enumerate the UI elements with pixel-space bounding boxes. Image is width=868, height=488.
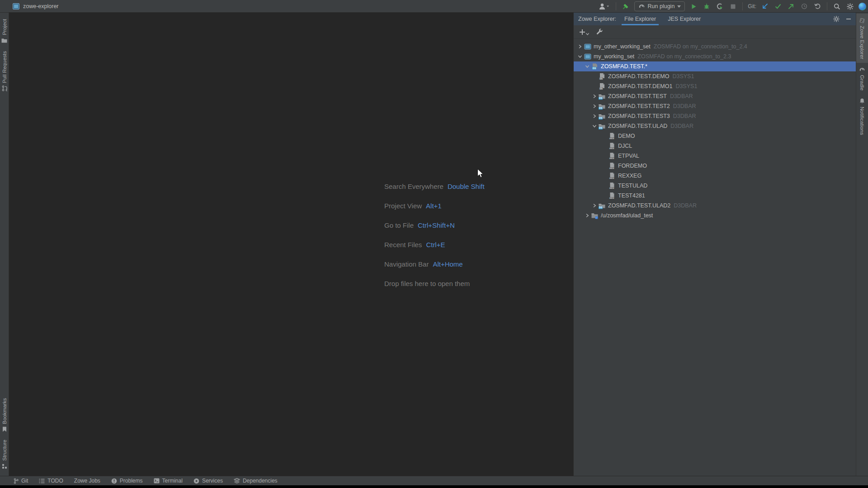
chevron-right-icon[interactable] <box>576 43 584 50</box>
chevron-right-icon[interactable] <box>591 103 598 110</box>
svg-text:DS: DS <box>592 67 596 70</box>
shortcut-keys: Ctrl+Shift+N <box>418 221 455 229</box>
git-commit-icon[interactable] <box>774 1 783 11</box>
profiler-icon[interactable] <box>715 1 724 11</box>
statusbar-label: Problems <box>120 478 143 484</box>
tab-file-explorer[interactable]: File Explorer <box>619 13 661 25</box>
tree-row[interactable]: my_working_setZOSMFAD on my_connection_t… <box>574 52 856 61</box>
statusbar-todo[interactable]: TODO <box>39 478 63 484</box>
editor-empty-area[interactable]: Search EverywhereDouble ShiftProject Vie… <box>9 13 573 476</box>
chevron-down-icon[interactable] <box>591 122 598 130</box>
git-update-icon[interactable] <box>760 1 769 11</box>
svg-text:DS: DS <box>599 107 603 109</box>
add-working-set-button[interactable] <box>579 29 589 35</box>
statusbar-git[interactable]: Git <box>14 478 28 484</box>
tab-jes-explorer[interactable]: JES Explorer <box>662 13 706 25</box>
tree-row[interactable]: MEMDJCL <box>574 141 856 151</box>
tree-row[interactable]: MEMREXXEG <box>574 171 856 181</box>
working-set-icon <box>584 43 591 50</box>
stripe-label: Gradle <box>859 75 865 91</box>
tool-window-gear-icon[interactable] <box>833 16 840 22</box>
tree-row[interactable]: DSZOSMFAD.TEST.DEMOD3SYS1 <box>574 71 856 81</box>
shortcut-keys: Double Shift <box>448 183 485 190</box>
terminal-icon <box>154 478 160 483</box>
chevron-right-icon[interactable] <box>591 113 598 120</box>
working-set-icon <box>584 53 591 60</box>
tree-row[interactable]: DSZOSMFAD.TEST.TEST3D3DBAR <box>574 111 856 121</box>
pds-icon: DS <box>598 113 606 120</box>
tree-suffix: ZOSMFAD on my_connection_to_2.3 <box>637 53 731 60</box>
run-icon[interactable] <box>689 1 698 11</box>
svg-text:MEM: MEM <box>609 197 614 199</box>
tree-row[interactable]: DSZOSMFAD.TEST.DEMO1D3SYS1 <box>574 81 856 91</box>
stripe-label: Zowe Explorer <box>859 26 865 59</box>
tool-window-stripe-notifications[interactable]: Notifications <box>856 94 868 139</box>
tree-row[interactable]: MEMTESTULAD <box>574 181 856 191</box>
svg-text:MEM: MEM <box>609 167 614 169</box>
tool-window-stripe-pull-requests[interactable]: Pull Requests <box>0 47 9 95</box>
tree-label: ETPVAL <box>618 153 639 159</box>
file-tree: my_other_working_setZOSMFAD on my_connec… <box>574 42 856 221</box>
tree-row[interactable]: DSZOSMFAD.TEST.TESTD3DBAR <box>574 91 856 101</box>
screen-bottom-edge <box>0 485 868 488</box>
tree-row[interactable]: DSZOSMFAD.TEST.TEST2D3DBAR <box>574 101 856 111</box>
search-everywhere-icon[interactable] <box>832 1 841 11</box>
tool-window-stripe-zowe-explorer[interactable]: ZZowe Explorer <box>856 14 868 63</box>
tool-window-header: Zowe Explorer: File ExplorerJES Explorer <box>574 13 856 25</box>
svg-text:DS: DS <box>600 78 603 80</box>
user-account-icon[interactable] <box>597 1 611 11</box>
history-icon[interactable] <box>800 1 809 11</box>
run-configuration-selector[interactable]: Run plugin <box>634 1 685 11</box>
chevron-right-icon[interactable] <box>591 93 598 100</box>
git-branch-icon <box>14 478 19 484</box>
git-push-icon[interactable] <box>787 1 796 11</box>
tree-row[interactable]: MEMDEMO <box>574 131 856 141</box>
tree-suffix: D3DBAR <box>673 113 696 119</box>
tool-window-stripe-structure[interactable]: Structure <box>0 436 9 473</box>
tree-label: ZOSMFAD.TEST.DEMO1 <box>608 83 672 89</box>
rollback-icon[interactable] <box>813 1 822 11</box>
tree-row[interactable]: DSZOSMFAD.TEST.ULAD2D3DBAR <box>574 201 856 211</box>
shortcut-action-label: Project View <box>384 202 422 210</box>
tool-window-stripe-bookmarks[interactable]: Bookmarks <box>0 394 9 436</box>
statusbar-problems[interactable]: Problems <box>111 478 143 484</box>
debug-icon[interactable] <box>702 1 711 11</box>
tree-row[interactable]: DSZOSMFAD.TEST.ULADD3DBAR <box>574 121 856 131</box>
ide-feature-sphere-icon[interactable] <box>859 3 866 10</box>
tool-window-stripe-gradle[interactable]: Gradle <box>856 63 868 94</box>
tree-label: TESTULAD <box>618 183 647 189</box>
git-section-label: Git: <box>748 3 756 9</box>
stripe-label: Project <box>2 19 7 35</box>
explorer-tabs: File ExplorerJES Explorer <box>618 13 706 25</box>
tree-row[interactable]: /u/zosmfad/ulad_test <box>574 211 856 221</box>
chevron-down-icon[interactable] <box>584 63 591 70</box>
tree-row[interactable]: DSZOSMFAD.TEST.* <box>574 61 856 71</box>
statusbar-dependencies[interactable]: Dependencies <box>234 478 278 484</box>
hide-tool-window-icon[interactable] <box>846 16 851 22</box>
stripe-label: Bookmarks <box>2 398 7 424</box>
statusbar-label: Git <box>21 478 28 484</box>
tree-indent <box>601 182 608 189</box>
tree-suffix: D3SYS1 <box>675 83 697 89</box>
edit-working-sets-wrench-icon[interactable] <box>596 28 603 35</box>
tree-label: ZOSMFAD.TEST.DEMO <box>608 73 669 80</box>
build-hammer-icon[interactable] <box>621 1 630 11</box>
stop-icon[interactable] <box>728 1 737 11</box>
statusbar-zowe-jobs[interactable]: Zowe Jobs <box>74 478 100 484</box>
tool-window-stripe-project[interactable]: Project <box>0 15 9 47</box>
tree-label: DEMO <box>618 133 635 139</box>
settings-gear-icon[interactable] <box>845 1 854 11</box>
chevron-right-icon[interactable] <box>584 212 591 219</box>
tree-row[interactable]: MEMTEST4281 <box>574 191 856 201</box>
shortcut-action-label: Recent Files <box>384 241 422 249</box>
svg-text:MEM: MEM <box>609 157 614 160</box>
toolbar-separator <box>827 2 827 10</box>
statusbar-services[interactable]: Services <box>193 478 223 484</box>
seq-icon: DS <box>598 73 606 80</box>
chevron-down-icon[interactable] <box>576 53 584 60</box>
chevron-right-icon[interactable] <box>591 202 598 209</box>
tree-row[interactable]: MEMETPVAL <box>574 151 856 161</box>
statusbar-terminal[interactable]: Terminal <box>154 478 183 484</box>
tree-row[interactable]: MEMFORDEMO <box>574 161 856 171</box>
tree-row[interactable]: my_other_working_setZOSMFAD on my_connec… <box>574 42 856 52</box>
